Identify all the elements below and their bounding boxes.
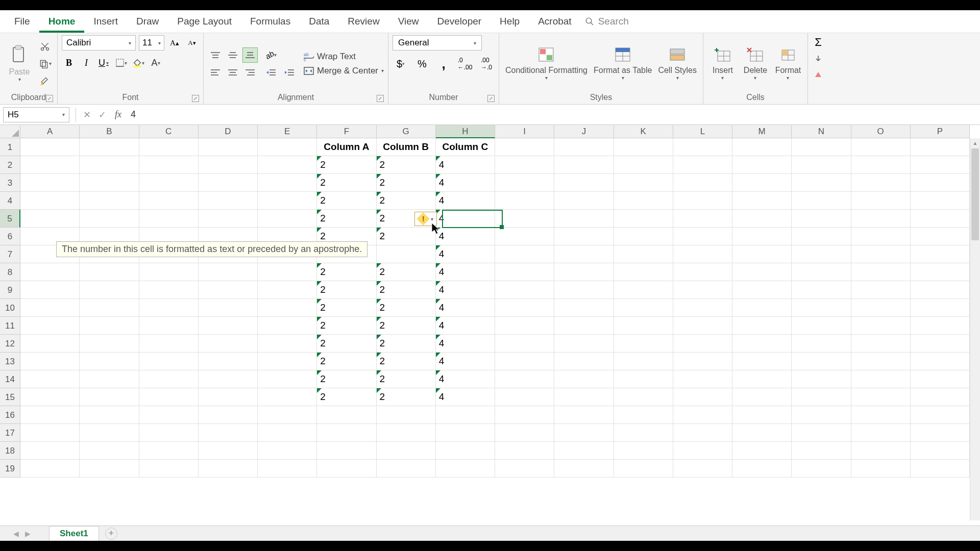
cell-L1[interactable] (673, 138, 732, 156)
cell-L14[interactable] (673, 370, 732, 388)
cell-C11[interactable] (139, 317, 199, 335)
cell-E19[interactable] (258, 460, 317, 478)
cell-K8[interactable] (614, 263, 673, 281)
sheet-tab-sheet1[interactable]: Sheet1 (49, 526, 99, 541)
cell-P3[interactable] (911, 174, 970, 192)
row-header-10[interactable]: 10 (0, 299, 20, 317)
cell-A12[interactable] (20, 335, 80, 353)
cell-N7[interactable] (792, 245, 851, 263)
cell-J3[interactable] (554, 174, 614, 192)
cell-I4[interactable] (495, 192, 554, 210)
col-header-B[interactable]: B (80, 125, 139, 138)
cell-N3[interactable] (792, 174, 851, 192)
cell-I12[interactable] (495, 335, 554, 353)
cell-C9[interactable] (139, 281, 199, 299)
cell-B17[interactable] (80, 424, 139, 442)
cell-D14[interactable] (199, 370, 258, 388)
cell-E10[interactable] (258, 299, 317, 317)
cell-D3[interactable] (199, 174, 258, 192)
cell-F11[interactable]: 2 (317, 317, 376, 335)
cell-D19[interactable] (199, 460, 258, 478)
cell-B13[interactable] (80, 353, 139, 370)
cell-K9[interactable] (614, 281, 673, 299)
cell-E8[interactable] (258, 263, 317, 281)
cell-P8[interactable] (911, 263, 970, 281)
cell-D12[interactable] (199, 335, 258, 353)
cell-J2[interactable] (554, 156, 614, 174)
tab-insert[interactable]: Insert (84, 10, 127, 33)
decrease-indent-button[interactable] (263, 65, 279, 80)
cell-G9[interactable]: 2 (377, 281, 436, 299)
cell-E16[interactable] (258, 406, 317, 424)
cell-N15[interactable] (792, 388, 851, 406)
delete-cells-button[interactable]: Delete▾ (740, 44, 771, 83)
cell-M17[interactable] (732, 424, 792, 442)
cell-G1[interactable]: Column B (377, 138, 436, 156)
row-header-4[interactable]: 4 (0, 192, 20, 210)
cell-H14[interactable]: 4 (436, 370, 495, 388)
percent-button[interactable]: % (414, 57, 430, 71)
cell-N8[interactable] (792, 263, 851, 281)
number-format-select[interactable]: General▾ (393, 35, 482, 51)
cell-N13[interactable] (792, 353, 851, 370)
cell-P12[interactable] (911, 335, 970, 353)
cell-M14[interactable] (732, 370, 792, 388)
cell-D2[interactable] (199, 156, 258, 174)
cell-P14[interactable] (911, 370, 970, 388)
cell-A2[interactable] (20, 156, 80, 174)
cell-L10[interactable] (673, 299, 732, 317)
row-header-11[interactable]: 11 (0, 317, 20, 335)
cell-L17[interactable] (673, 424, 732, 442)
cell-I14[interactable] (495, 370, 554, 388)
cell-D4[interactable] (199, 192, 258, 210)
cell-O8[interactable] (851, 263, 911, 281)
col-header-P[interactable]: P (911, 125, 970, 138)
conditional-formatting-button[interactable]: Conditional Formatting▾ (503, 44, 590, 83)
cell-J19[interactable] (554, 460, 614, 478)
cell-J9[interactable] (554, 281, 614, 299)
cell-M7[interactable] (732, 245, 792, 263)
tab-file[interactable]: File (5, 10, 39, 33)
name-box[interactable]: H5▾ (3, 107, 69, 122)
cell-D15[interactable] (199, 388, 258, 406)
cell-B10[interactable] (80, 299, 139, 317)
italic-button[interactable]: I (79, 56, 93, 70)
row-header-2[interactable]: 2 (0, 156, 20, 174)
cell-O2[interactable] (851, 156, 911, 174)
cell-C3[interactable] (139, 174, 199, 192)
cell-G11[interactable]: 2 (377, 317, 436, 335)
cell-L5[interactable] (673, 210, 732, 228)
cell-H10[interactable]: 4 (436, 299, 495, 317)
cell-K11[interactable] (614, 317, 673, 335)
cell-E4[interactable] (258, 192, 317, 210)
cell-C16[interactable] (139, 406, 199, 424)
cancel-formula-button[interactable]: ✕ (79, 108, 94, 122)
cell-G4[interactable]: 2 (377, 192, 436, 210)
cell-I2[interactable] (495, 156, 554, 174)
col-header-E[interactable]: E (258, 125, 317, 138)
cell-J6[interactable] (554, 228, 614, 245)
cell-K4[interactable] (614, 192, 673, 210)
col-header-N[interactable]: N (792, 125, 851, 138)
cell-L9[interactable] (673, 281, 732, 299)
cell-G16[interactable] (377, 406, 436, 424)
format-as-table-button[interactable]: Format as Table▾ (592, 44, 654, 83)
cell-G12[interactable]: 2 (377, 335, 436, 353)
cell-J5[interactable] (554, 210, 614, 228)
cell-N6[interactable] (792, 228, 851, 245)
col-header-K[interactable]: K (614, 125, 673, 138)
cell-D5[interactable] (199, 210, 258, 228)
cell-O1[interactable] (851, 138, 911, 156)
cell-H7[interactable]: 4 (436, 245, 495, 263)
cell-L15[interactable] (673, 388, 732, 406)
cell-C2[interactable] (139, 156, 199, 174)
cell-H13[interactable]: 4 (436, 353, 495, 370)
cell-L11[interactable] (673, 317, 732, 335)
align-right-button[interactable] (242, 65, 258, 80)
cell-D13[interactable] (199, 353, 258, 370)
currency-button[interactable]: $▾ (393, 57, 409, 71)
grow-font-button[interactable]: A▴ (167, 36, 182, 50)
row-header-17[interactable]: 17 (0, 424, 20, 442)
cell-H8[interactable]: 4 (436, 263, 495, 281)
row-header-18[interactable]: 18 (0, 442, 20, 460)
